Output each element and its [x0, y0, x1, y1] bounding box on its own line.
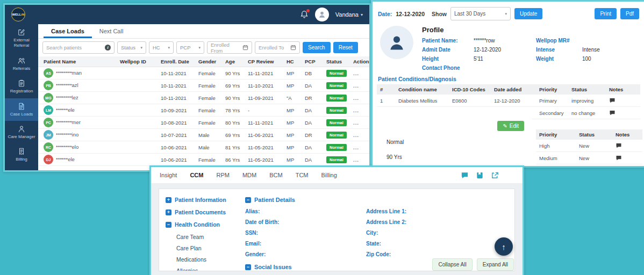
notes-comment-icon[interactable]	[609, 110, 616, 116]
enroll-date-cell: 10-09-2021	[159, 104, 196, 117]
more-options-icon[interactable]: ...	[353, 95, 359, 101]
sidebar-item-care-manager[interactable]: Care Manager	[5, 121, 38, 143]
update-button[interactable]: Update	[514, 8, 542, 19]
range-select[interactable]: Last 30 Days▾	[450, 7, 511, 20]
date-label: Date:	[378, 11, 392, 17]
referrals-icon	[18, 57, 25, 64]
nav-health-condition[interactable]: − Health Condition	[166, 221, 240, 228]
patient-name: ********azl	[56, 82, 78, 88]
reset-button[interactable]: Reset	[333, 42, 358, 53]
gender-cell: Male	[196, 141, 223, 154]
pcp-cell: DA	[303, 141, 324, 154]
status-select[interactable]: Status▾	[117, 41, 146, 54]
search-input[interactable]	[46, 45, 105, 50]
expand-all-button[interactable]: Expand All	[477, 258, 514, 271]
more-options-icon[interactable]: ...	[353, 157, 359, 163]
patient-row[interactable]: RC********elo10-06-2021Male81 Yrs11-05-2…	[38, 141, 369, 154]
patient-row[interactable]: MG********lez10-11-2021Female90 Yrs11-09…	[38, 92, 369, 104]
tab-insight[interactable]: Insight	[160, 172, 177, 178]
column-status: Status	[576, 129, 612, 140]
column-priority: Priority	[536, 84, 568, 95]
sidebar-item-qol-manager[interactable]: QOL Manager	[5, 167, 38, 170]
patient-row[interactable]: PC********mer10-08-2021Female80 Yrs11-11…	[38, 117, 369, 129]
nav-patient-information[interactable]: + Patient Information	[166, 197, 240, 203]
logo-accent-text: iN	[22, 13, 25, 16]
sidebar-item-external-referral[interactable]: External Referral	[5, 24, 38, 53]
more-options-icon[interactable]: ...	[353, 70, 359, 76]
enrolled-from-field[interactable]: Enrolled From	[207, 41, 252, 54]
tab-bcm[interactable]: BCM	[269, 172, 282, 178]
patient-name: ********lez	[56, 95, 78, 100]
more-options-icon[interactable]: ...	[353, 83, 359, 89]
notes-comment-icon[interactable]	[609, 97, 616, 104]
pcp-cell: DA	[303, 154, 324, 166]
cp-review-cell: 11-05-2021	[246, 141, 284, 154]
patient-details-window: Insight CCM RPM MDM BCM TCM Billing + Pa…	[149, 165, 524, 275]
pdf-button[interactable]: Pdf	[620, 8, 639, 19]
tab-ccm[interactable]: CCM	[190, 172, 203, 178]
scroll-to-top-button[interactable]: ↑	[495, 237, 513, 256]
status-value: New	[576, 140, 612, 152]
cp-review-cell: -	[246, 104, 284, 117]
tab-rpm[interactable]: RPM	[216, 172, 229, 178]
sidebar-item-registration[interactable]: Registration	[5, 75, 38, 98]
nav-care-team[interactable]: Care Team	[176, 234, 240, 240]
patient-row[interactable]: PB********azl10-11-2021Female69 Yrs11-10…	[38, 79, 369, 92]
patient-row[interactable]: AS********man10-11-2021Female90 Yrs11-11…	[38, 67, 369, 79]
tab-tcm[interactable]: TCM	[296, 172, 309, 178]
range-select-value: Last 30 Days	[454, 11, 485, 17]
tab-case-loads[interactable]: Case Loads	[44, 24, 92, 38]
pcp-cell: DA	[303, 104, 324, 117]
column-enroll-date: Enroll. Date	[159, 56, 196, 67]
more-options-icon[interactable]: ...	[353, 120, 359, 126]
person-icon	[387, 33, 406, 52]
patient-details-section-header[interactable]: − Patient Details	[245, 197, 508, 203]
nav-allergies[interactable]: Allergies	[176, 267, 240, 271]
tab-next-call[interactable]: Next Call	[92, 24, 131, 38]
notes-comment-icon[interactable]	[616, 155, 622, 161]
more-options-icon[interactable]: ...	[353, 132, 359, 138]
hc-select[interactable]: HC▾	[149, 41, 174, 54]
pcp-select[interactable]: PCP▾	[176, 41, 204, 54]
user-avatar[interactable]	[315, 8, 329, 21]
sidebar-item-case-loads[interactable]: Case Loads	[5, 98, 38, 121]
sidebar-item-billing[interactable]: Billing	[5, 143, 38, 166]
expand-icon: +	[166, 209, 171, 215]
chevron-down-icon: ▾	[361, 12, 363, 17]
tab-mdm[interactable]: MDM	[242, 172, 256, 178]
nav-patient-documents[interactable]: + Patient Documents	[166, 209, 240, 215]
notifications-bell-icon[interactable]	[300, 10, 309, 19]
print-button[interactable]: Print	[595, 8, 617, 19]
enrolled-to-field[interactable]: Enrolled To	[255, 41, 300, 54]
field-label: Address Line 2:	[366, 219, 487, 225]
nav-care-plan[interactable]: Care Plan	[176, 245, 240, 251]
chevron-down-icon: ▾	[198, 46, 201, 50]
field-label: Contact Phone	[422, 65, 474, 71]
more-options-icon[interactable]: ...	[353, 107, 359, 113]
edit-button[interactable]: ✎ Edit	[497, 121, 524, 131]
patient-row[interactable]: DJ******ele10-06-2021Female86 Yrs11-05-2…	[38, 154, 369, 166]
patient-row[interactable]: LM******ele10-09-2021Female78 Yrs-MPDANo…	[38, 104, 369, 117]
gender-cell: Female	[196, 67, 223, 79]
notes-comment-icon[interactable]	[616, 142, 622, 149]
pcp-cell: DR	[303, 92, 324, 104]
user-menu[interactable]: Vandana ▾	[335, 11, 363, 18]
tab-billing[interactable]: Billing	[321, 172, 337, 178]
sidebar-item-referrals[interactable]: Referrals	[5, 53, 38, 75]
share-icon[interactable]	[491, 171, 499, 179]
more-options-icon[interactable]: ...	[353, 144, 359, 150]
collapse-all-button[interactable]: Collapse All	[432, 258, 472, 271]
patient-avatar-placeholder	[380, 26, 413, 59]
search-button[interactable]: Search	[303, 42, 331, 53]
hc-cell: MP	[284, 67, 303, 79]
search-patients-field[interactable]: i	[42, 41, 115, 54]
column-wellpop-id: Wellpop ID	[118, 56, 159, 67]
user-name: Vandana	[335, 11, 359, 18]
column-hc: HC	[284, 56, 303, 67]
health-condition-children: Care Team Care Plan Medications Allergie…	[176, 234, 240, 271]
patient-row[interactable]: JM********ino10-07-2021Male69 Yrs11-06-2…	[38, 129, 369, 141]
comment-icon[interactable]	[461, 171, 469, 179]
nav-medications[interactable]: Medications	[176, 256, 240, 263]
save-note-icon[interactable]	[476, 171, 484, 179]
section-title: Patient Details	[254, 197, 295, 203]
